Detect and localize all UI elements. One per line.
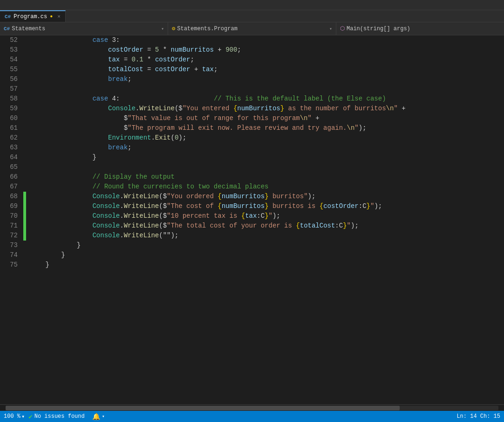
zoom-control[interactable]: 100 % ▾ [4,413,25,420]
status-left: 100 % ▾ ✔ No issues found 🔔 ▾ [4,413,105,421]
line-number: 61 [4,123,18,133]
class-label: Statements.Program [177,26,238,32]
action-dropdown-arrow[interactable]: ▾ [102,414,105,419]
code-line: Console.WriteLine(""); [30,231,504,241]
code-line: case 4: // This is the default label (th… [30,94,504,104]
code-line: break; [30,143,504,153]
code-line: costOrder = 5 * numBurritos + 900; [30,45,504,55]
code-line: Console.WriteLine($"You ordered {numBurr… [30,192,504,201]
nav-bar: C# Statements ▾ ⚙ Statements.Program ▾ ⬡… [0,22,504,35]
code-line: $"The program will exit now. Please revi… [30,123,504,133]
zoom-value: 100 % [4,413,20,420]
line-number: 59 [4,104,18,114]
scrollbar-track[interactable] [6,406,498,410]
line-number: 74 [4,250,18,260]
line-number: 72 [4,231,18,241]
line-number: 56 [4,74,18,84]
csharp-icon: C# [4,26,10,32]
horizontal-scrollbar[interactable] [0,404,504,411]
tab-modified-dot: ● [50,14,53,19]
line-number: 67 [4,182,18,192]
code-line: } [30,153,504,162]
scrollbar-thumb[interactable] [6,406,400,410]
code-line: Console.WriteLine($"The total cost of yo… [30,221,504,231]
action-icon-group: 🔔 ▾ [92,413,105,421]
line-number: 62 [4,133,18,143]
class-dropdown[interactable]: ⚙ Statements.Program ▾ [168,22,336,35]
title-bar [0,0,504,10]
line-number: 52 [4,35,18,45]
line-numbers: 5253545556575859606162636465666768697071… [0,35,23,404]
method-icon: ⬡ [340,25,345,32]
code-line: Environment.Exit(0); [30,133,504,143]
code-line: Console.WriteLine($"10 percent tax is {t… [30,211,504,221]
code-area[interactable]: case 3: costOrder = 5 * numBurritos + 90… [26,35,504,404]
namespace-dropdown[interactable]: C# Statements ▾ [0,22,168,35]
code-line: break; [30,74,504,84]
code-line: Console.WriteLine($"You entered {numBurr… [30,104,504,114]
line-number: 75 [4,260,18,270]
line-number: 57 [4,84,18,94]
class-icon: ⚙ [172,25,175,32]
code-line: Console.WriteLine($"The cost of {numBurr… [30,201,504,211]
tab-close-button[interactable]: × [57,14,61,20]
status-right: Ln: 14 Ch: 15 [456,413,500,420]
line-number: 63 [4,143,18,153]
line-col-info: Ln: 14 Ch: 15 [456,413,500,420]
code-line [30,162,504,172]
line-number: 71 [4,221,18,231]
line-number: 70 [4,211,18,221]
editor-main: 5253545556575859606162636465666768697071… [0,35,504,404]
check-icon: ✔ [28,413,32,421]
code-line: } [30,260,504,270]
status-bar: 100 % ▾ ✔ No issues found 🔔 ▾ Ln: 14 Ch:… [0,411,504,422]
line-number: 53 [4,45,18,55]
issues-indicator: ✔ No issues found [28,413,84,421]
line-number: 65 [4,162,18,172]
action-icon[interactable]: 🔔 [92,413,100,421]
code-line: totalCost = costOrder + tax; [30,65,504,74]
namespace-label: Statements [12,26,45,32]
program-tab[interactable]: C# Program.cs ● × [0,10,66,22]
tab-filename: Program.cs [14,13,47,20]
line-number: 68 [4,192,18,201]
class-dropdown-arrow: ▾ [329,26,332,32]
method-dropdown[interactable]: ⬡ Main(string[] args) [336,22,504,35]
tab-bar: C# Program.cs ● × [0,10,504,22]
csharp-file-icon: C# [5,14,11,20]
code-line [30,84,504,94]
line-number: 54 [4,55,18,65]
zoom-arrow[interactable]: ▾ [21,413,25,420]
line-number: 64 [4,153,18,162]
code-line: } [30,241,504,250]
line-number: 60 [4,114,18,123]
code-line: case 3: [30,35,504,45]
no-issues-label: No issues found [34,413,85,420]
code-line: // Display the output [30,172,504,182]
code-line: $"That value is out of range for this pr… [30,114,504,123]
line-number: 69 [4,201,18,211]
code-line: tax = 0.1 * costOrder; [30,55,504,65]
line-number: 73 [4,241,18,250]
code-line: // Round the currencies to two decimal p… [30,182,504,192]
method-label: Main(string[] args) [347,26,410,32]
code-line: } [30,250,504,260]
line-number: 58 [4,94,18,104]
namespace-dropdown-arrow: ▾ [161,26,164,32]
line-number: 55 [4,65,18,74]
line-number: 66 [4,172,18,182]
